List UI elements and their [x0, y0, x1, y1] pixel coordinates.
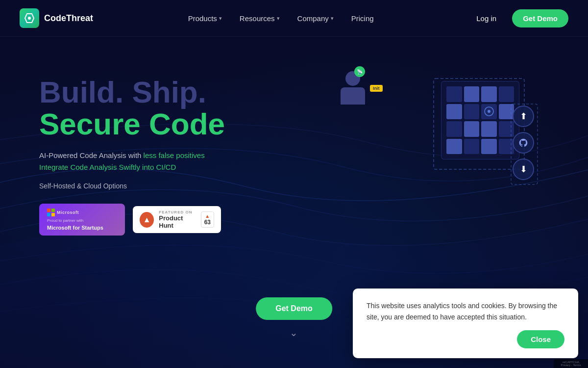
cookie-text: This website uses analytics tools and co… [367, 300, 564, 322]
ms-squares-icon [47, 209, 55, 216]
hero-illustration: 📡 Init [323, 56, 529, 253]
chevron-down-icon: ▾ [277, 15, 280, 22]
navbar: CodeThreat Products ▾ Resources ▾ Compan… [0, 0, 588, 37]
ph-name: Product Hunt [159, 214, 196, 229]
brand-name: CodeThreat [44, 13, 93, 24]
logo-icon [20, 8, 39, 28]
chevron-down-icon: ▾ [219, 15, 222, 22]
char-head: 📡 [345, 71, 360, 86]
ms-startups-text: Microsoft for Startups [47, 225, 117, 231]
recaptcha-links: Privacy - Terms [556, 364, 586, 367]
svg-point-4 [488, 110, 490, 113]
grid-visualization [441, 81, 519, 159]
microsoft-badge: Microsoft Proud to partner with Microsof… [39, 204, 125, 236]
wifi-icon: 📡 [354, 66, 365, 77]
ms-sq-yellow [51, 213, 55, 216]
nav-actions: Log in Get Demo [468, 9, 568, 27]
side-icons: ⬆ ⬇ [513, 105, 534, 180]
ms-sq-green [51, 209, 55, 212]
character-avatar: 📡 Init [338, 71, 368, 105]
hero-subtitle: AI-Powered Code Analysis with less false… [39, 150, 323, 173]
nav-links: Products ▾ Resources ▾ Company ▾ Pricing [181, 10, 381, 26]
hero-badges: Microsoft Proud to partner with Microsof… [39, 204, 323, 236]
nav-company[interactable]: Company ▾ [291, 10, 341, 26]
ms-sq-blue [47, 213, 50, 216]
hero-options: Self-Hosted & Cloud Options [39, 182, 323, 190]
svg-point-1 [28, 17, 31, 20]
login-button[interactable]: Log in [468, 10, 504, 26]
chevron-down-icon: ▾ [331, 15, 334, 22]
cookie-close-button[interactable]: Close [517, 330, 564, 348]
ms-partner-text: Proud to partner with [47, 218, 117, 223]
char-tag: Init [370, 85, 383, 92]
nav-products[interactable]: Products ▾ [181, 10, 229, 26]
hero-title: Build. Ship. Secure Code [39, 76, 323, 140]
scroll-down-icon: ⌄ [290, 327, 298, 339]
hero-subtitle-line2: Integrate Code Analysis Swiftly into CI/… [39, 161, 323, 173]
hero-cta: Get Demo ⌄ [256, 297, 332, 339]
recaptcha-badge: reCAPTCHA Privacy - Terms [554, 359, 588, 368]
ph-info: FEATURED ON Product Hunt [159, 210, 196, 229]
ph-number: 63 [204, 219, 211, 226]
nav-demo-button[interactable]: Get Demo [512, 9, 568, 27]
hero-title-line1: Build. Ship. [39, 75, 206, 109]
nav-resources[interactable]: Resources ▾ [233, 10, 287, 26]
brand-logo[interactable]: CodeThreat [20, 8, 93, 28]
side-icons-border [510, 103, 539, 186]
ph-score: ▲ 63 [201, 211, 214, 228]
ph-arrow-icon: ▲ [205, 213, 210, 219]
microsoft-logo: Microsoft [47, 209, 117, 216]
hero-demo-button[interactable]: Get Demo [256, 297, 332, 320]
hero-title-line2: Secure Code [39, 107, 225, 141]
hero-content: Build. Ship. Secure Code AI-Powered Code… [39, 66, 323, 236]
ph-featured-label: FEATURED ON [159, 210, 196, 214]
ph-logo-icon: ▲ [140, 212, 154, 228]
nav-pricing[interactable]: Pricing [344, 10, 381, 26]
hero-subtitle-line1: AI-Powered Code Analysis with less false… [39, 150, 323, 161]
producthunt-badge: ▲ FEATURED ON Product Hunt ▲ 63 [133, 206, 221, 233]
char-body [341, 87, 365, 105]
cookie-banner: This website uses analytics tools and co… [353, 289, 578, 358]
ms-sq-red [47, 209, 50, 212]
grid-cell [481, 104, 497, 120]
svg-rect-5 [511, 104, 538, 184]
